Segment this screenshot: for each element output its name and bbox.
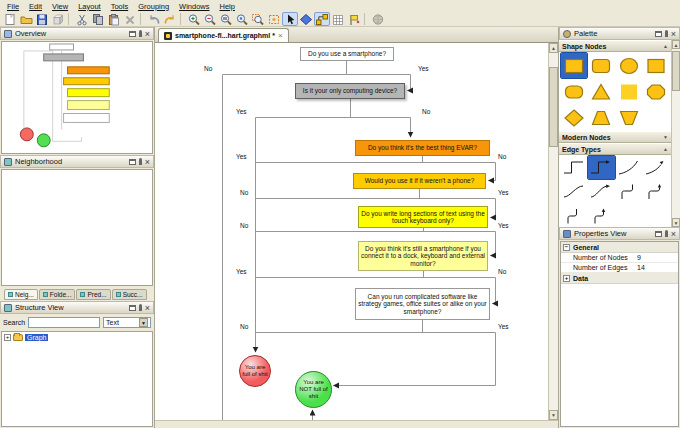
navigation-mode-icon[interactable] xyxy=(298,12,314,26)
menu-view[interactable]: View xyxy=(47,2,73,11)
palette-shape-rectangle[interactable] xyxy=(561,53,587,78)
fit-content-icon[interactable] xyxy=(234,12,250,26)
palette-shape-trapezoid[interactable] xyxy=(588,105,614,130)
close-icon[interactable]: × xyxy=(145,31,150,37)
flow-node-q7[interactable]: Can you run complicated software like st… xyxy=(355,288,490,320)
palette-edge-arc-arrow[interactable] xyxy=(643,156,669,179)
scroll-thumb[interactable] xyxy=(672,51,680,91)
palette-edge-curve[interactable] xyxy=(561,180,587,203)
tab-close-icon[interactable]: × xyxy=(278,31,283,40)
palette-shape-rectangle-plain[interactable] xyxy=(643,53,669,78)
edge-label[interactable]: Yes xyxy=(417,65,430,72)
property-group-data[interactable]: + Data xyxy=(561,273,678,284)
float-icon[interactable] xyxy=(129,31,136,37)
edge-label[interactable]: No xyxy=(239,222,249,229)
edge-label[interactable]: No xyxy=(497,268,507,275)
palette-edge-step-arrow[interactable] xyxy=(643,180,669,203)
property-value[interactable]: 14 xyxy=(637,264,678,271)
scroll-down-icon[interactable]: ▼ xyxy=(672,218,680,227)
menu-edit[interactable]: Edit xyxy=(24,2,47,11)
edge-label[interactable]: No xyxy=(239,189,249,196)
edge-label[interactable]: Yes xyxy=(497,222,510,229)
scroll-thumb[interactable] xyxy=(549,67,558,147)
property-value[interactable]: 9 xyxy=(637,254,678,261)
pin-icon[interactable] xyxy=(665,230,668,237)
float-icon[interactable] xyxy=(655,231,662,237)
grid-icon[interactable] xyxy=(330,12,346,26)
flow-node-q3[interactable]: Do you think it's the best thing EVAR? xyxy=(355,140,490,156)
delete-icon[interactable] xyxy=(122,12,138,26)
search-type-select[interactable]: Text ▼ xyxy=(103,317,151,328)
document-tab[interactable]: smartphone-fl...hart.graphml * × xyxy=(158,28,289,42)
pin-icon[interactable] xyxy=(139,158,142,165)
palette-edge-step[interactable] xyxy=(616,180,642,203)
edge-label[interactable]: No xyxy=(421,108,431,115)
collapse-icon[interactable]: ▲ xyxy=(663,43,668,49)
close-icon[interactable]: × xyxy=(145,159,150,165)
float-icon[interactable] xyxy=(129,159,136,165)
expand-icon[interactable]: + xyxy=(563,275,570,282)
section-edge-types[interactable]: Edge Types ▲ xyxy=(559,143,671,155)
orthogonal-mode-icon[interactable] xyxy=(314,12,330,26)
pin-icon[interactable] xyxy=(139,304,142,311)
menu-layout[interactable]: Layout xyxy=(73,2,106,11)
collapse-icon[interactable]: − xyxy=(563,244,570,251)
overview-globe-icon[interactable] xyxy=(370,12,386,26)
scroll-down-icon[interactable]: ▼ xyxy=(549,410,558,420)
menu-tools[interactable]: Tools xyxy=(106,2,134,11)
palette-shape-diamond[interactable] xyxy=(561,105,587,130)
flow-node-q2[interactable]: Is it your only computing device? xyxy=(295,83,405,99)
graph-canvas[interactable]: Do you use a smartphone? Is it your only… xyxy=(155,43,548,420)
expand-icon[interactable]: ▼ xyxy=(663,134,668,140)
flow-node-q5[interactable]: Do you write long sections of text using… xyxy=(358,206,488,228)
search-input[interactable] xyxy=(28,317,100,328)
palette-edge-curve-arrow[interactable] xyxy=(588,180,614,203)
export-icon[interactable] xyxy=(50,12,66,26)
section-modern-nodes[interactable]: Modern Nodes ▼ xyxy=(559,131,671,143)
tab-successors[interactable]: Succ... xyxy=(112,289,147,300)
flow-node-not-full-of-shit[interactable]: You are NOT full of shit xyxy=(295,371,332,408)
new-icon[interactable] xyxy=(2,12,18,26)
scroll-up-icon[interactable]: ▲ xyxy=(672,40,680,49)
palette-shape-ellipse[interactable] xyxy=(616,53,642,78)
palette-edge-arc[interactable] xyxy=(616,156,642,179)
property-group-general[interactable]: − General xyxy=(561,242,678,253)
zoom-original-icon[interactable] xyxy=(218,12,234,26)
edge-label[interactable]: Yes xyxy=(497,189,510,196)
flow-node-q1[interactable]: Do you use a smartphone? xyxy=(300,47,394,61)
palette-shape-octagon[interactable] xyxy=(643,79,669,104)
palette-shape-triangle[interactable] xyxy=(588,79,614,104)
edge-label[interactable]: Yes xyxy=(497,323,510,330)
float-icon[interactable] xyxy=(655,31,662,37)
save-icon[interactable] xyxy=(34,12,50,26)
menu-grouping[interactable]: Grouping xyxy=(133,2,174,11)
flow-node-q6[interactable]: Do you think it's still a smartphone if … xyxy=(358,241,488,271)
edge-label[interactable]: Yes xyxy=(235,108,248,115)
edge-label[interactable]: Yes xyxy=(235,268,248,275)
flow-node-full-of-shit[interactable]: You are full of shit xyxy=(239,355,271,387)
paste-icon[interactable] xyxy=(106,12,122,26)
palette-shape-rounded-rectangle[interactable] xyxy=(588,53,614,78)
zoom-selection-icon[interactable] xyxy=(250,12,266,26)
edge-label[interactable]: Yes xyxy=(235,153,248,160)
fit-selection-icon[interactable] xyxy=(266,12,282,26)
zoom-out-icon[interactable] xyxy=(202,12,218,26)
expand-icon[interactable]: + xyxy=(4,334,11,341)
close-icon[interactable]: × xyxy=(671,231,676,237)
palette-shape-gradient-rectangle[interactable] xyxy=(616,79,642,104)
palette-shape-trapezoid-inverted[interactable] xyxy=(616,105,642,130)
scroll-up-icon[interactable]: ▲ xyxy=(549,43,558,53)
palette-edge-step2-arrow[interactable] xyxy=(588,204,614,227)
close-icon[interactable]: × xyxy=(145,305,150,311)
edge-label[interactable]: No xyxy=(497,153,507,160)
tab-folder-contents[interactable]: Folde... xyxy=(39,289,76,300)
palette-edge-polyline[interactable] xyxy=(561,156,587,179)
menu-file[interactable]: File xyxy=(2,2,24,11)
pin-icon[interactable] xyxy=(139,30,142,37)
edit-mode-icon[interactable] xyxy=(282,12,298,26)
tree-item-graph[interactable]: + Graph xyxy=(4,334,150,341)
canvas-vertical-scrollbar[interactable]: ▲ ▼ xyxy=(548,43,558,420)
collapse-icon[interactable]: ▲ xyxy=(663,146,668,152)
edge-label[interactable]: No xyxy=(203,65,213,72)
pin-icon[interactable] xyxy=(665,30,668,37)
